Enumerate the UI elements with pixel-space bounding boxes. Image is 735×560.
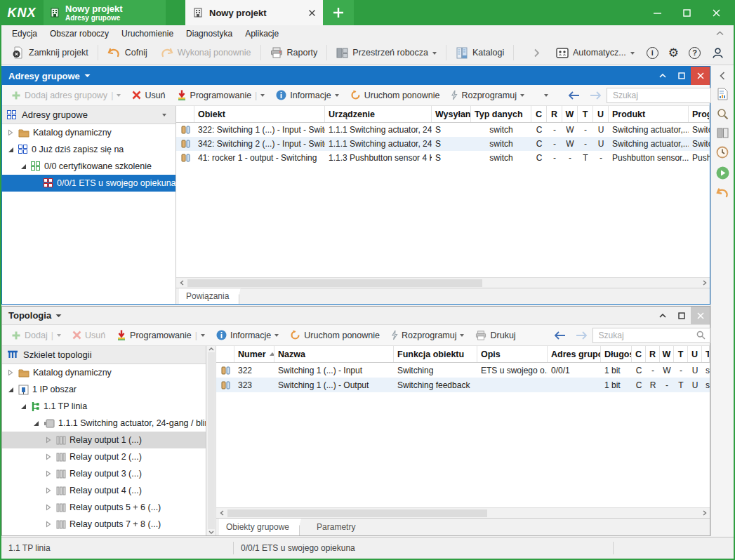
col-adres-grupowy[interactable]: Adres grupow xyxy=(548,346,601,362)
redo-button[interactable]: Wykonaj ponownie xyxy=(154,44,258,62)
restart-button[interactable]: Uruchom ponownie xyxy=(285,327,385,344)
topology-tree-header[interactable]: Szkielet topologii xyxy=(2,346,206,364)
col-obiekt[interactable]: Obiekt xyxy=(194,106,325,122)
tab-powiazania[interactable]: Powiązania xyxy=(179,288,239,304)
panel-maximize-button[interactable] xyxy=(672,307,691,324)
menu-obszar-roboczy[interactable]: Obszar roboczy xyxy=(44,29,115,39)
user-account-button[interactable] xyxy=(706,44,729,62)
col-r[interactable]: R xyxy=(547,106,562,122)
print-button[interactable]: Drukuj xyxy=(470,327,520,344)
expand-sidebar-icon[interactable] xyxy=(720,72,725,80)
col-t[interactable]: T xyxy=(578,106,593,122)
settings-button[interactable]: ⚙ xyxy=(664,44,683,62)
play-icon[interactable] xyxy=(716,166,729,180)
col-opis[interactable]: Opis xyxy=(477,346,548,362)
col-nazwa[interactable]: Nazwa xyxy=(274,346,394,362)
close-button[interactable] xyxy=(703,2,729,23)
expand-expanded-icon[interactable] xyxy=(6,147,15,153)
chevron-right-icon[interactable] xyxy=(534,48,540,58)
history-back-button[interactable] xyxy=(550,327,570,344)
tab-parametry[interactable]: Parametry xyxy=(310,519,365,535)
catalogs-button[interactable]: Katalogi xyxy=(449,44,510,62)
info-button[interactable]: i xyxy=(642,44,663,62)
programming-button[interactable]: Programowanie | xyxy=(172,87,270,104)
clock-icon[interactable] xyxy=(716,146,729,159)
split-view-icon[interactable] xyxy=(717,128,729,138)
col-t[interactable]: T xyxy=(674,346,688,362)
tree-item-main-group[interactable]: 0 Już dziś zapisz się na xyxy=(2,141,176,158)
scrollbar-thumb[interactable] xyxy=(227,509,487,517)
horizontal-scrollbar[interactable] xyxy=(176,277,710,288)
tree-item-relay-output-3[interactable]: Relay output 3 (...) xyxy=(2,465,206,482)
menu-edycja[interactable]: Edycja xyxy=(6,29,44,39)
undo-button[interactable]: Cofnij xyxy=(101,44,154,62)
close-tab-icon[interactable] xyxy=(308,9,316,17)
expand-collapsed-icon[interactable] xyxy=(44,453,53,460)
col-c[interactable]: C xyxy=(531,106,547,122)
tab-obiekty-grupowe[interactable]: Obiekty grupowe xyxy=(219,519,300,535)
workspace-button[interactable]: Przestrzeń robocza xyxy=(330,44,443,62)
scroll-left-arrow[interactable] xyxy=(216,508,227,518)
col-c[interactable]: C xyxy=(632,346,646,362)
minimize-button[interactable] xyxy=(644,2,670,23)
scroll-right-arrow[interactable] xyxy=(699,508,710,518)
col-wysylany[interactable]: Wysyłany xyxy=(432,106,471,122)
restart-button[interactable]: Uruchom ponownie xyxy=(345,87,445,104)
panel-close-button[interactable] xyxy=(691,67,710,85)
expand-collapsed-icon[interactable] xyxy=(44,504,53,511)
expand-collapsed-icon[interactable] xyxy=(6,129,15,136)
bus-connection-button[interactable]: Automatycz... xyxy=(550,44,641,62)
history-back-button[interactable] xyxy=(564,87,584,104)
unload-button[interactable]: Rozprogramuj xyxy=(386,327,470,344)
scroll-up-arrow[interactable] xyxy=(208,347,214,351)
table-row[interactable]: 322 Switching 1 (...) - Input Switching … xyxy=(216,363,710,378)
tree-item-relay-outputs-9-10[interactable]: Relay outputs 9 + 10 (...) xyxy=(2,533,206,535)
topology-panel-header[interactable]: Topologia xyxy=(2,307,710,325)
add-group-address-button[interactable]: Dodaj adres grupowy | xyxy=(6,87,126,104)
tree-item-switching-actuator[interactable]: 1.1.1 Switching actuator, 24-gang / blin… xyxy=(2,415,206,432)
col-w[interactable]: W xyxy=(562,106,578,122)
expand-expanded-icon[interactable] xyxy=(19,164,27,170)
programming-button[interactable]: Programowanie | xyxy=(112,327,210,344)
menu-diagnostyka[interactable]: Diagnostyka xyxy=(180,29,239,39)
scroll-right-arrow[interactable] xyxy=(699,278,710,288)
undo-curve-icon[interactable] xyxy=(716,187,729,198)
close-project-button[interactable]: Zamknij projekt xyxy=(6,44,95,62)
col-t2[interactable]: T xyxy=(702,346,710,362)
horizontal-scrollbar[interactable] xyxy=(216,507,710,518)
tree-item-middle-group[interactable]: 0/0 certyfikowane szkolenie xyxy=(2,158,176,175)
col-w[interactable]: W xyxy=(660,346,674,362)
expand-expanded-icon[interactable] xyxy=(19,404,27,410)
more-actions-dropdown[interactable] xyxy=(539,87,553,104)
table-row[interactable]: 323 Switching 1 (...) - Output Switching… xyxy=(216,378,710,392)
tree-vertical-scrollbar[interactable] xyxy=(206,346,216,535)
tree-item-katalog-dynamiczny[interactable]: Katalog dynamiczny xyxy=(2,124,176,141)
table-row[interactable]: 342: Switching 2 (...) - Input - Switchi… xyxy=(176,137,710,151)
panel-maximize-button[interactable] xyxy=(672,67,691,85)
tree-item-relay-outputs-5-6[interactable]: Relay outputs 5 + 6 (...) xyxy=(2,499,206,516)
tree-item-selected-group-address[interactable]: 0/0/1 ETS u swojego opiekuna xyxy=(2,175,176,192)
collapse-ribbon-icon[interactable] xyxy=(716,31,724,36)
expand-collapsed-icon[interactable] xyxy=(44,487,53,494)
expand-collapsed-icon[interactable] xyxy=(44,470,53,477)
info-dropdown-button[interactable]: Informacje xyxy=(271,87,343,104)
scroll-down-arrow[interactable] xyxy=(208,531,214,534)
topology-search-input[interactable] xyxy=(597,330,694,341)
tree-item-relay-output-4[interactable]: Relay output 4 (...) xyxy=(2,482,206,499)
col-u[interactable]: U xyxy=(688,346,702,362)
scroll-left-arrow[interactable] xyxy=(176,278,187,288)
col-r[interactable]: R xyxy=(646,346,660,362)
panel-close-button[interactable] xyxy=(691,307,710,324)
table-row[interactable]: 322: Switching 1 (...) - Input - Switchi… xyxy=(176,123,710,137)
help-button[interactable]: ? xyxy=(684,44,705,62)
col-u[interactable]: U xyxy=(593,106,609,122)
tree-item-relay-output-2[interactable]: Relay output 2 (...) xyxy=(2,448,206,465)
add-button[interactable]: Dodaj | xyxy=(6,327,66,344)
panel-collapse-button[interactable] xyxy=(653,67,672,85)
expand-collapsed-icon[interactable] xyxy=(44,521,53,528)
expand-collapsed-icon[interactable] xyxy=(44,436,53,444)
unload-button[interactable]: Rozprogramuj xyxy=(446,87,529,104)
search-icon[interactable] xyxy=(696,331,706,340)
tree-item-tp-line[interactable]: 1.1 TP linia xyxy=(2,398,206,415)
tree-item-relay-outputs-7-8[interactable]: Relay outputs 7 + 8 (...) xyxy=(2,516,206,533)
